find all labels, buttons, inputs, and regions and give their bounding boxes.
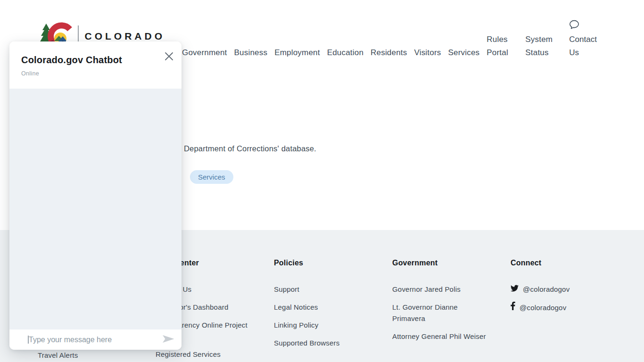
chatbot-title: Colorado.gov Chatbot [21, 54, 170, 66]
footer-link-governor[interactable]: Governor Jared Polis [392, 284, 461, 295]
chatbot-message-input[interactable] [9, 329, 159, 350]
nav-item-contact-us[interactable]: Contact Us [569, 19, 602, 59]
close-icon [165, 55, 173, 62]
footer-link-travel-alerts[interactable]: Travel Alerts [38, 350, 78, 361]
chatbot-message-area [9, 89, 182, 329]
footer-heading-policies: Policies [274, 259, 374, 267]
footer-link-attorney-general[interactable]: Attorney General Phil Weiser [392, 331, 486, 342]
chatbot-status: Online [21, 70, 170, 77]
nav-item-residents[interactable]: Residents [371, 46, 407, 59]
chatbot-send-button[interactable] [159, 334, 182, 346]
facebook-handle: @coloradogov [520, 302, 566, 313]
footer-heading-government: Government [392, 259, 492, 267]
nav-item-services[interactable]: Services [448, 46, 479, 59]
nav-item-visitors[interactable]: Visitors [414, 46, 441, 59]
twitter-icon [511, 284, 519, 295]
nav-item-business[interactable]: Business [234, 46, 268, 59]
footer-link-twitter[interactable]: @coloradogov [511, 284, 611, 295]
footer-column-government: Government Governor Jared Polis Lt. Gove… [392, 259, 492, 349]
nav-item-education[interactable]: Education [327, 46, 363, 59]
page: COLORADO Government Business Employment … [0, 0, 644, 362]
chat-bubble-icon [569, 19, 579, 30]
chatbot-input-bar [9, 329, 182, 350]
footer-link-registered-services[interactable]: Registered Services [156, 349, 221, 360]
facebook-icon [511, 302, 515, 313]
footer-link-facebook[interactable]: @coloradogov [511, 302, 611, 313]
send-icon [162, 334, 175, 346]
footer-link-support[interactable]: Support [274, 284, 299, 295]
nav-item-employment[interactable]: Employment [274, 46, 320, 59]
twitter-handle: @coloradogov [523, 284, 570, 295]
footer-link-supported-browsers[interactable]: Supported Browsers [274, 337, 340, 349]
chatbot-panel: Colorado.gov Chatbot Online [9, 41, 182, 350]
footer-column-connect: Connect @coloradogov [511, 259, 611, 320]
nav-item-system-status[interactable]: System Status [525, 33, 556, 59]
footer-column-policies: Policies Support Legal Notices Linking P… [274, 259, 374, 355]
footer-link-lt-governor[interactable]: Lt. Governor Dianne Primavera [392, 302, 492, 324]
top-navigation: Government Business Employment Education… [182, 19, 635, 59]
contact-us-label: Contact Us [569, 33, 602, 59]
nav-item-rules-portal[interactable]: Rules Portal [487, 33, 511, 59]
footer-heading-connect: Connect [511, 259, 611, 267]
services-tag[interactable]: Services [190, 170, 233, 184]
wordmark: COLORADO [85, 30, 165, 42]
chatbot-close-button[interactable] [163, 51, 174, 62]
text-caret [28, 336, 29, 344]
footer-link-linking-policy[interactable]: Linking Policy [274, 320, 319, 331]
page-description: Department of Corrections' database. [184, 143, 316, 154]
nav-item-government[interactable]: Government [182, 46, 227, 59]
chatbot-header: Colorado.gov Chatbot Online [9, 41, 182, 89]
footer-link-legal-notices[interactable]: Legal Notices [274, 302, 318, 313]
